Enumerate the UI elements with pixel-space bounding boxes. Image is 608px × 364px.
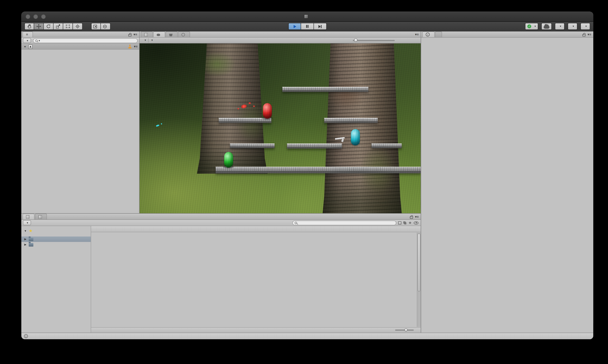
project-search-input[interactable] [298, 221, 394, 225]
transform-tool-icon [75, 24, 80, 29]
search-icon [295, 222, 297, 224]
platform [287, 143, 342, 149]
asset-grid-scrollbar[interactable] [417, 233, 421, 327]
local-toggle-button[interactable] [101, 23, 110, 30]
lock-icon[interactable] [410, 216, 413, 219]
chevron-down-icon: ▾ [560, 25, 561, 28]
search-by-label-button[interactable] [403, 221, 406, 224]
tab-services[interactable] [435, 31, 442, 37]
favorite-search-button[interactable]: ★ [408, 221, 412, 225]
unity-editor-window: ✓ ▾ ▾ ▾ ▾ [21, 12, 593, 339]
pause-icon [305, 25, 309, 28]
platform [282, 87, 368, 92]
list-icon: ≡ [26, 33, 28, 36]
chevron-down-icon: ▾ [27, 39, 28, 42]
tab-console[interactable] [35, 214, 47, 220]
tab-scene[interactable] [141, 31, 153, 37]
search-by-type-button[interactable] [398, 221, 401, 224]
scale-tool-button[interactable] [53, 23, 63, 30]
platform [324, 118, 378, 123]
layout-dropdown[interactable]: ▾ [581, 23, 590, 30]
game-viewport[interactable] [140, 43, 421, 213]
move-tool-icon [37, 24, 41, 29]
hidden-packages-toggle[interactable] [414, 221, 419, 224]
project-folder-tree: ▼ ★ ▶ ▶ [21, 226, 91, 333]
platform [230, 143, 274, 148]
label-filter-icon [403, 221, 406, 224]
rect-tool-button[interactable] [63, 23, 73, 30]
hand-tool-icon [27, 24, 32, 29]
panel-menu-icon[interactable]: ▾≡ [415, 33, 419, 37]
pivot-toggle-button[interactable] [91, 23, 101, 30]
tab-animator[interactable] [178, 31, 190, 37]
scene-view-icon [144, 33, 148, 36]
play-button[interactable] [288, 23, 301, 30]
hierarchy-search-field[interactable]: ▾ [33, 38, 138, 43]
project-panel: ▾≡ ▾ [21, 213, 421, 333]
assets-root-row[interactable]: ▶ [21, 237, 91, 242]
cloud-button[interactable] [541, 23, 552, 30]
folder-icon [29, 243, 33, 247]
hit-particle [248, 102, 251, 104]
zoom-window-button[interactable] [41, 14, 46, 19]
hand-tool-button[interactable] [25, 23, 34, 30]
pivot-icon [93, 25, 97, 28]
asset-browser [91, 226, 421, 333]
expand-arrow-icon[interactable]: ▶ [24, 238, 27, 241]
scene-menu-icon[interactable]: ▾≡ [134, 45, 138, 48]
expand-arrow-icon[interactable]: ▼ [24, 230, 27, 232]
chevron-down-icon: ▾ [585, 25, 587, 28]
scale-slider-knob[interactable] [354, 38, 358, 42]
toolbar-right: ✓ ▾ ▾ ▾ ▾ [525, 23, 590, 30]
main-toolbar: ✓ ▾ ▾ ▾ ▾ [21, 22, 593, 31]
panel-menu-icon[interactable]: ▾≡ [133, 33, 137, 36]
asset-zoom-bar [91, 327, 421, 333]
move-tool-button[interactable] [34, 23, 44, 30]
scene-header-row[interactable]: ▼ ▾≡ [21, 44, 139, 50]
status-bar[interactable]: ! [21, 333, 593, 339]
scrollbar-thumb[interactable] [418, 234, 420, 292]
pause-button[interactable] [301, 23, 314, 30]
lock-icon[interactable] [582, 34, 586, 37]
tab-project[interactable] [23, 214, 35, 220]
chevron-down-icon: ▾ [535, 25, 536, 28]
scale-slider[interactable] [353, 40, 395, 41]
tab-asset-store[interactable] [166, 31, 178, 37]
collab-presence-icon [129, 45, 131, 49]
pivot-local-group [91, 23, 110, 30]
display-dropdown[interactable]: ▾ [142, 39, 148, 42]
panel-menu-icon[interactable]: ▾≡ [415, 215, 419, 219]
hierarchy-create-button[interactable]: ▾ [23, 38, 31, 43]
expand-arrow-icon[interactable]: ▶ [24, 243, 27, 246]
star-icon: ★ [408, 221, 412, 225]
game-toolbar: ▾ ▾ [140, 38, 421, 43]
collab-dropdown[interactable]: ✓ ▾ [525, 23, 538, 30]
play-icon [292, 24, 297, 28]
favorites-root[interactable]: ▼ ★ [21, 228, 91, 234]
project-icon [26, 215, 29, 219]
close-window-button[interactable] [26, 14, 30, 19]
transform-tool-button[interactable] [73, 23, 83, 30]
account-dropdown[interactable]: ▾ [555, 23, 565, 30]
thumbnail-zoom-slider[interactable] [395, 330, 414, 331]
console-message-icon: ! [24, 334, 28, 338]
tab-inspector[interactable]: i [422, 31, 435, 37]
cloud-icon [544, 26, 549, 28]
animator-icon [181, 33, 185, 36]
lock-icon[interactable] [129, 34, 131, 37]
hit-particle [253, 105, 255, 107]
expand-arrow-icon[interactable]: ▼ [23, 45, 27, 48]
aspect-dropdown[interactable]: ▾ [148, 39, 155, 42]
hierarchy-search-input[interactable] [41, 39, 135, 42]
panel-menu-icon[interactable]: ▾≡ [587, 33, 591, 36]
layers-dropdown[interactable]: ▾ [568, 23, 577, 30]
step-button[interactable] [314, 23, 326, 30]
packages-root-row[interactable]: ▶ [21, 242, 91, 247]
project-search-field[interactable] [292, 221, 396, 225]
project-create-button[interactable]: ▾ [23, 220, 31, 225]
tab-hierarchy[interactable]: ≡ [23, 31, 33, 37]
minimize-window-button[interactable] [33, 14, 38, 19]
zoom-slider-knob[interactable] [404, 328, 407, 331]
tab-game[interactable] [153, 31, 165, 37]
rotate-tool-button[interactable] [44, 23, 53, 30]
